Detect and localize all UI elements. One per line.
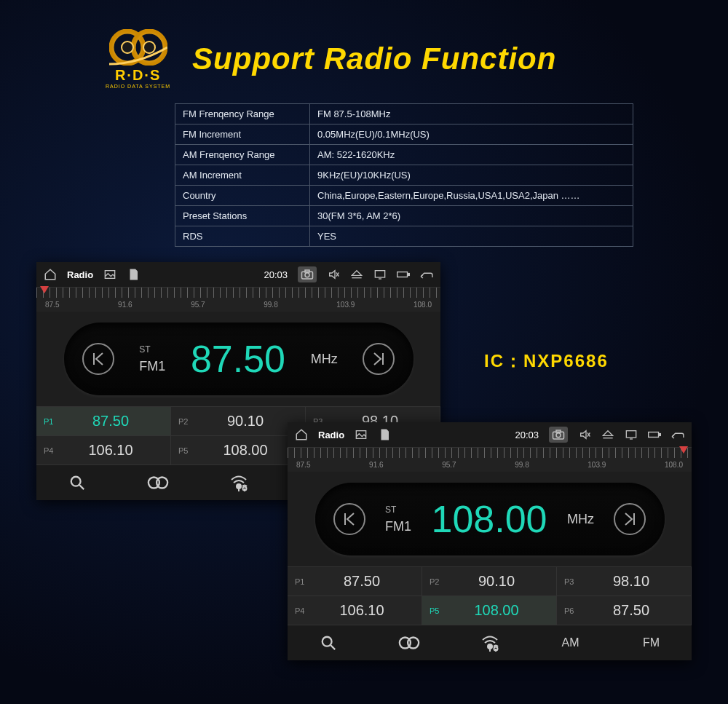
- sdcard-icon[interactable]: [378, 428, 391, 441]
- preset-value: 106.10: [324, 602, 414, 619]
- preset-number: P5: [430, 606, 444, 615]
- table-row: CountryChina,Europe,Eastern,Europe,Russi…: [175, 186, 633, 206]
- preset-cell[interactable]: P290.10: [422, 567, 557, 596]
- tick-label: 103.9: [587, 461, 606, 472]
- spec-label: FM Frenqency Range: [175, 104, 310, 124]
- preset-number: P1: [44, 417, 58, 426]
- stereo-label: ST: [385, 505, 411, 515]
- frequency-value: 108.00: [431, 497, 547, 541]
- battery-icon: [397, 268, 410, 281]
- preset-cell[interactable]: P5108.00: [422, 596, 557, 625]
- preset-value: 98.10: [593, 573, 684, 590]
- stereo-icon[interactable]: [387, 636, 431, 650]
- spec-value: 30(FM 3*6, AM 2*6): [310, 206, 633, 226]
- camera-icon[interactable]: [298, 266, 317, 282]
- dial-ruler[interactable]: 87.591.695.799.8103.9108.0: [288, 447, 692, 472]
- dial-marker: [679, 446, 688, 454]
- am-button[interactable]: AM: [549, 636, 593, 649]
- next-button[interactable]: [363, 343, 395, 375]
- frequency-value: 87.50: [191, 337, 285, 381]
- dial-marker: [40, 286, 49, 293]
- preset-cell[interactable]: P187.50: [36, 407, 171, 436]
- table-row: Preset Stations30(FM 3*6, AM 2*6): [175, 206, 633, 226]
- antenna-icon[interactable]: [217, 474, 261, 491]
- picture-icon[interactable]: [103, 268, 116, 281]
- home-icon[interactable]: [295, 428, 308, 441]
- svg-point-27: [556, 433, 561, 438]
- time: 20:03: [264, 269, 288, 280]
- preset-value: 108.00: [207, 442, 298, 459]
- prev-button[interactable]: [82, 343, 114, 375]
- prev-button[interactable]: [333, 503, 365, 535]
- eject-icon[interactable]: [350, 268, 363, 281]
- tick-label: 95.7: [191, 301, 205, 312]
- table-row: AM Increment9KHz(EU)/10KHz(US): [175, 165, 633, 186]
- preset-cell[interactable]: P4106.10: [36, 436, 171, 465]
- dial-ruler[interactable]: 87.591.695.799.8103.9108.0: [36, 287, 440, 312]
- preset-cell[interactable]: P5108.00: [171, 436, 306, 465]
- preset-value: 87.50: [593, 602, 684, 619]
- svg-point-20: [157, 478, 167, 489]
- page-title: Support Radio Function: [192, 41, 556, 76]
- time: 20:03: [515, 430, 539, 440]
- preset-cell[interactable]: P4106.10: [288, 596, 422, 625]
- svg-point-38: [322, 637, 331, 646]
- camera-icon[interactable]: [549, 427, 568, 443]
- tick-label: 95.7: [442, 461, 456, 472]
- presets-grid: P187.50P290.10P398.10P4106.10P5108.00P68…: [288, 566, 692, 625]
- radio-screen-2: Radio 20:03 87.591.695.799.8103.9108.0 S…: [288, 422, 692, 660]
- ic-label: IC：NXP6686: [484, 349, 609, 373]
- sdcard-icon[interactable]: [127, 268, 140, 281]
- svg-line-18: [79, 485, 83, 489]
- spec-label: AM Frenqency Range: [175, 145, 310, 165]
- back-icon[interactable]: [671, 428, 684, 441]
- spec-label: AM Increment: [175, 165, 310, 186]
- spec-value: FM 87.5-108MHz: [310, 104, 633, 124]
- stereo-icon[interactable]: [136, 475, 180, 490]
- preset-value: 87.50: [324, 573, 414, 590]
- preset-number: P6: [564, 606, 579, 615]
- tick-label: 87.5: [296, 461, 310, 472]
- statusbar: Radio 20:03: [288, 422, 692, 447]
- rds-logo: R·D·S RADIO DATA SYSTEM: [106, 29, 170, 89]
- preset-cell[interactable]: P687.50: [557, 596, 692, 625]
- battery-icon: [648, 428, 661, 441]
- spec-table: FM Frenqency RangeFM 87.5-108MHzFM Incre…: [175, 103, 633, 247]
- svg-rect-35: [659, 434, 660, 436]
- search-icon[interactable]: [306, 635, 350, 651]
- svg-point-3: [143, 41, 155, 53]
- spec-label: Country: [175, 186, 310, 206]
- preset-number: P2: [178, 417, 193, 426]
- svg-rect-14: [408, 274, 409, 276]
- search-icon[interactable]: [55, 475, 99, 491]
- screen-icon[interactable]: [625, 428, 638, 441]
- picture-icon[interactable]: [355, 428, 368, 441]
- bottom-controls: AM FM: [288, 625, 692, 660]
- back-icon[interactable]: [420, 268, 433, 281]
- spec-label: Preset Stations: [175, 206, 310, 226]
- antenna-icon[interactable]: [468, 634, 512, 652]
- tick-label: 87.5: [45, 301, 59, 312]
- mute-icon[interactable]: [327, 268, 340, 281]
- preset-cell[interactable]: P398.10: [557, 567, 692, 596]
- preset-value: 108.00: [459, 602, 549, 619]
- rds-subtitle: RADIO DATA SYSTEM: [106, 84, 170, 89]
- screen-icon[interactable]: [373, 268, 387, 281]
- svg-rect-32: [626, 431, 636, 438]
- eject-icon[interactable]: [601, 428, 614, 441]
- mute-icon[interactable]: [578, 428, 591, 441]
- tick-label: 108.0: [665, 461, 683, 472]
- spec-value: YES: [310, 226, 633, 247]
- preset-cell[interactable]: P187.50: [288, 567, 422, 596]
- preset-value: 90.10: [459, 573, 549, 590]
- fm-button[interactable]: FM: [630, 636, 673, 649]
- band-label: FM1: [385, 519, 411, 534]
- preset-cell[interactable]: P290.10: [171, 407, 306, 436]
- svg-point-17: [71, 477, 80, 486]
- rds-text: R·D·S: [115, 67, 161, 84]
- frequency-display: ST FM1 87.50 MHz: [36, 312, 440, 406]
- spec-label: FM Increment: [175, 124, 310, 145]
- next-button[interactable]: [614, 503, 646, 535]
- svg-rect-11: [375, 271, 384, 277]
- home-icon[interactable]: [44, 268, 57, 281]
